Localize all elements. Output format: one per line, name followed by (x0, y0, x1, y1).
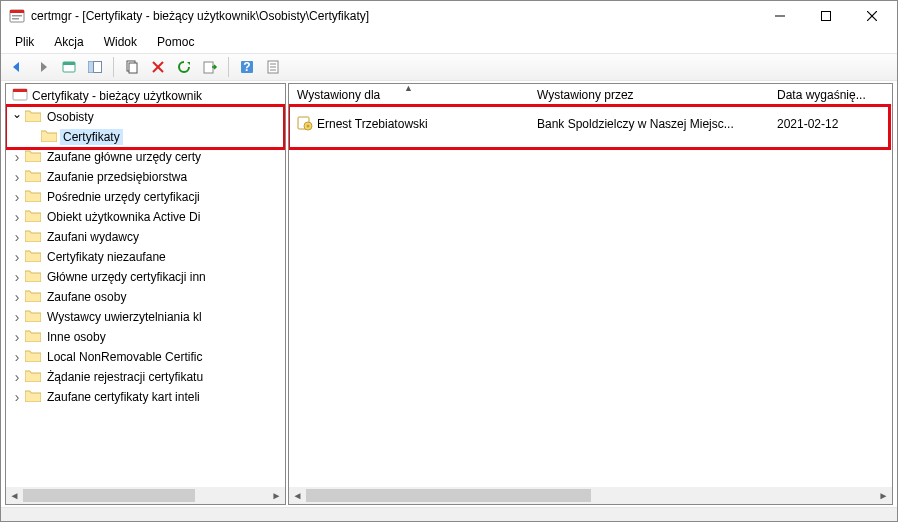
svg-text:?: ? (243, 60, 250, 74)
svg-rect-5 (822, 12, 831, 21)
folder-icon (25, 149, 41, 165)
close-button[interactable] (849, 1, 895, 31)
tree-item-label: Zaufanie przedsiębiorstwa (44, 169, 190, 185)
tree-item-label: Zaufane osoby (44, 289, 129, 305)
tree-item-label: Zaufane certyfikaty kart inteli (44, 389, 203, 405)
highlight-annotation (5, 104, 286, 150)
column-label: Wystawiony dla (297, 88, 380, 102)
chevron-right-icon[interactable] (10, 290, 24, 304)
chevron-right-icon[interactable] (10, 190, 24, 204)
back-button[interactable] (5, 55, 29, 79)
folder-icon (25, 209, 41, 225)
folder-icon (25, 269, 41, 285)
chevron-right-icon[interactable] (10, 230, 24, 244)
tree-item[interactable]: Local NonRemovable Certific (6, 347, 285, 367)
statusbar (1, 507, 897, 522)
tree-item[interactable]: Pośrednie urzędy certyfikacji (6, 187, 285, 207)
chevron-right-icon[interactable] (10, 250, 24, 264)
tree-item-label: Obiekt użytkownika Active Di (44, 209, 203, 225)
folder-icon (25, 249, 41, 265)
tree-item-label: Certyfikaty niezaufane (44, 249, 169, 265)
titlebar: certmgr - [Certyfikaty - bieżący użytkow… (1, 1, 897, 31)
tree-item[interactable]: Wystawcy uwierzytelniania kl (6, 307, 285, 327)
svg-rect-9 (63, 62, 75, 65)
tree-item[interactable]: Obiekt użytkownika Active Di (6, 207, 285, 227)
list-scrollbar[interactable]: ◄ ► (289, 487, 892, 504)
minimize-button[interactable] (757, 1, 803, 31)
chevron-right-icon[interactable] (10, 150, 24, 164)
tree-item-label: Wystawcy uwierzytelniania kl (44, 309, 205, 325)
copy-button[interactable] (120, 55, 144, 79)
column-issued-by[interactable]: Wystawiony przez (529, 84, 769, 105)
tree-item-label: Zaufane główne urzędy certy (44, 149, 204, 165)
chevron-right-icon[interactable] (10, 170, 24, 184)
folder-icon (25, 369, 41, 385)
chevron-right-icon[interactable] (10, 370, 24, 384)
tree-scrollbar[interactable]: ◄ ► (6, 487, 285, 504)
tree-item[interactable]: Inne osoby (6, 327, 285, 347)
tree-item-label: Local NonRemovable Certific (44, 349, 205, 365)
column-expiry[interactable]: Data wygaśnię... (769, 84, 892, 105)
toolbar-separator (113, 57, 114, 77)
folder-icon (25, 289, 41, 305)
svg-line-6 (867, 11, 877, 21)
menu-file[interactable]: Plik (7, 33, 42, 51)
tree-item-label: Zaufani wydawcy (44, 229, 142, 245)
cert-root-icon (12, 86, 28, 105)
properties-button[interactable] (261, 55, 285, 79)
tree-item[interactable]: Zaufani wydawcy (6, 227, 285, 247)
menu-view[interactable]: Widok (96, 33, 145, 51)
tree-item[interactable]: Zaufanie przedsiębiorstwa (6, 167, 285, 187)
svg-rect-14 (129, 63, 137, 73)
svg-line-7 (867, 11, 877, 21)
highlight-annotation (288, 104, 891, 150)
svg-rect-17 (204, 62, 213, 73)
tree-item[interactable]: Zaufane osoby (6, 287, 285, 307)
scroll-right-icon[interactable]: ► (268, 487, 285, 504)
list-header: Wystawiony dla ▲ Wystawiony przez Data w… (289, 84, 892, 106)
chevron-right-icon[interactable] (10, 210, 24, 224)
maximize-button[interactable] (803, 1, 849, 31)
delete-button[interactable] (146, 55, 170, 79)
content-area: Certyfikaty - bieżący użytkownik Osobist… (1, 81, 897, 507)
scroll-left-icon[interactable]: ◄ (289, 487, 306, 504)
tree-item[interactable]: Zaufane certyfikaty kart inteli (6, 387, 285, 407)
tree-item[interactable]: Główne urzędy certyfikacji inn (6, 267, 285, 287)
scroll-right-icon[interactable]: ► (875, 487, 892, 504)
menubar: Plik Akcja Widok Pomoc (1, 31, 897, 53)
tree-item-label: Główne urzędy certyfikacji inn (44, 269, 209, 285)
menu-help[interactable]: Pomoc (149, 33, 202, 51)
show-hide-tree-button[interactable] (83, 55, 107, 79)
column-label: Wystawiony przez (537, 88, 634, 102)
chevron-right-icon[interactable] (10, 330, 24, 344)
menu-action[interactable]: Akcja (46, 33, 91, 51)
folder-icon (25, 189, 41, 205)
tree-root-label: Certyfikaty - bieżący użytkownik (32, 89, 202, 103)
export-button[interactable] (198, 55, 222, 79)
column-issued-to[interactable]: Wystawiony dla ▲ (289, 84, 529, 105)
tree-item-label: Żądanie rejestracji certyfikatu (44, 369, 206, 385)
svg-rect-11 (89, 62, 94, 73)
folder-icon (25, 389, 41, 405)
tree-item[interactable]: Certyfikaty niezaufane (6, 247, 285, 267)
svg-rect-25 (13, 89, 27, 92)
chevron-right-icon[interactable] (10, 390, 24, 404)
up-button[interactable] (57, 55, 81, 79)
svg-rect-2 (12, 15, 22, 17)
tree-item-label: Pośrednie urzędy certyfikacji (44, 189, 203, 205)
folder-icon (25, 349, 41, 365)
forward-button[interactable] (31, 55, 55, 79)
folder-icon (25, 309, 41, 325)
refresh-button[interactable] (172, 55, 196, 79)
folder-icon (25, 169, 41, 185)
app-icon (9, 8, 25, 24)
help-button[interactable]: ? (235, 55, 259, 79)
tree-item[interactable]: Żądanie rejestracji certyfikatu (6, 367, 285, 387)
folder-icon (25, 329, 41, 345)
chevron-right-icon[interactable] (10, 310, 24, 324)
chevron-right-icon[interactable] (10, 350, 24, 364)
tree-item-label: Inne osoby (44, 329, 109, 345)
tree-item[interactable]: Zaufane główne urzędy certy (6, 147, 285, 167)
scroll-left-icon[interactable]: ◄ (6, 487, 23, 504)
chevron-right-icon[interactable] (10, 270, 24, 284)
